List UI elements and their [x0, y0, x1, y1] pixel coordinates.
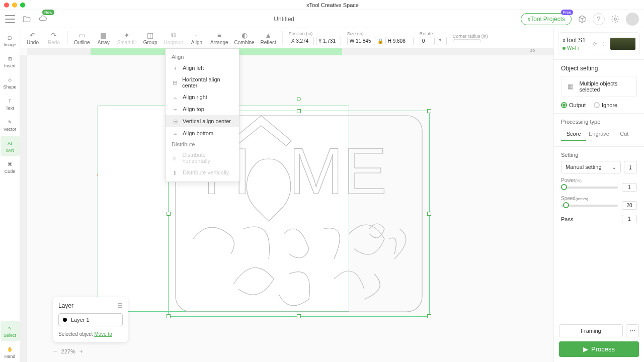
help-icon[interactable]: ? [593, 13, 605, 25]
dd-label: Align right [183, 94, 207, 100]
close-icon[interactable] [4, 3, 9, 8]
zoom-level[interactable]: 227% [61, 348, 75, 354]
field-label: Position (in) [289, 31, 341, 36]
selected-label: Selected object [58, 331, 93, 337]
maximize-icon[interactable] [20, 3, 25, 8]
layer-list-icon[interactable]: ☰ [117, 302, 123, 309]
arrange-button[interactable]: ≡Arrange [210, 31, 228, 45]
rail-image[interactable]: ▢Image [1, 30, 20, 50]
h-input[interactable]: H 9.608 [385, 37, 414, 45]
handle-bl[interactable] [167, 314, 171, 318]
package-icon[interactable] [578, 15, 587, 24]
reflect-button[interactable]: ▲Reflect [261, 31, 276, 45]
rotate-group: Rotate 0 ° [420, 31, 447, 45]
speed-value[interactable]: 20 [622, 201, 637, 210]
xtool-projects-button[interactable]: xTool Projects [521, 13, 572, 25]
svg-point-0 [614, 18, 617, 20]
outline-button[interactable]: ▭Outline [74, 31, 90, 45]
tab-engrave[interactable]: Engrave [586, 128, 611, 141]
align-bottom[interactable]: ⫠Align bottom [166, 127, 239, 139]
align-hcenter[interactable]: ⊟Horizontal align center [166, 74, 239, 91]
handle-mb[interactable] [297, 314, 301, 318]
layer-row[interactable]: Layer 1 [58, 313, 123, 326]
zoom-out-icon[interactable]: − [53, 347, 57, 355]
y-input[interactable]: Y 1.731 [316, 37, 341, 45]
minimize-icon[interactable] [12, 3, 17, 8]
rail-label: Hand [5, 354, 16, 359]
distribute-h: ⫼Distribute horizontally [166, 149, 239, 166]
rail-select[interactable]: ↖Select [1, 321, 20, 341]
combine-button[interactable]: ◐Combine [234, 31, 255, 45]
tab-cut[interactable]: Cut [612, 128, 637, 141]
tbtn-label: Reflect [261, 40, 276, 45]
refresh-icon[interactable]: ⟳ [593, 41, 597, 47]
processing-section: Processing type Score Engrave Cut [554, 113, 644, 146]
ignore-radio[interactable]: Ignore [594, 102, 617, 108]
lock-icon[interactable]: 🔒 [377, 38, 383, 44]
cloud-button[interactable] [38, 14, 47, 24]
smartfill-button: ✦Smart fill [117, 31, 137, 45]
dd-label: Align top [183, 106, 204, 112]
radio-label: Output [569, 102, 586, 108]
handle-tr[interactable] [427, 109, 431, 113]
layer-visibility-icon[interactable] [63, 318, 67, 322]
expand-icon[interactable]: ⛶ [599, 41, 604, 47]
document-title[interactable]: Untitled [47, 16, 521, 23]
rail-hand[interactable]: ✋Hand [1, 342, 20, 362]
handle-mr[interactable] [427, 212, 431, 216]
rail-shape[interactable]: ◇Shape [1, 72, 20, 93]
pass-value[interactable]: 1 [622, 215, 637, 223]
settings-icon[interactable] [611, 15, 620, 24]
save-preset-icon[interactable]: ⤓ [624, 161, 637, 173]
ungroup-button[interactable]: ⧉Ungroup [164, 31, 183, 45]
move-to-link[interactable]: Move to [94, 331, 112, 337]
speed-label: Speed [561, 196, 576, 201]
dd-label: Horizontal align center [182, 76, 233, 88]
rail-label: xArt [6, 148, 14, 153]
folder-icon[interactable] [22, 15, 31, 24]
canvas-area: 0 10 20 + H ME [20, 48, 553, 362]
corner-input[interactable] [453, 39, 481, 42]
dd-label: Vertical align center [183, 118, 231, 124]
array-button[interactable]: ▦Array [96, 31, 111, 45]
rotate-unit: ° [437, 37, 447, 45]
process-button[interactable]: ▶ Process [559, 341, 639, 357]
app-title: xTool Creative Space [25, 2, 640, 8]
group-button[interactable]: ◫Group [143, 31, 158, 45]
power-value[interactable]: 1 [622, 183, 637, 192]
device-card[interactable]: xTool S1 Wi-Fi ⟳ ⛶ [558, 32, 640, 55]
w-input[interactable]: W 11.845 [347, 37, 375, 45]
align-vcenter[interactable]: ⊟Vertical align center [166, 115, 239, 127]
framing-options-icon[interactable]: ⋯ [626, 324, 639, 337]
zoom-in-icon[interactable]: + [79, 347, 84, 355]
handle-br[interactable] [427, 314, 431, 318]
right-panel: xTool S1 Wi-Fi ⟳ ⛶ Object setting ▦ Mult… [553, 28, 644, 362]
framing-button[interactable]: Framing [559, 324, 623, 337]
speed-slider[interactable] [561, 205, 618, 207]
position-group: Position (in) X 3.274 Y 1.731 [289, 31, 341, 45]
rail-vector[interactable]: ✎Vector [1, 115, 20, 135]
rail-text[interactable]: TText [1, 94, 20, 114]
align-left[interactable]: ⫞Align left [166, 62, 239, 74]
align-top[interactable]: ⫟Align top [166, 103, 239, 115]
tab-score[interactable]: Score [561, 128, 586, 141]
output-radio[interactable]: Output [561, 102, 586, 108]
x-input[interactable]: X 3.274 [289, 37, 314, 45]
undo-button[interactable]: ↶Undo [25, 31, 40, 45]
setting-mode-select[interactable]: Manual setting⌄ [561, 161, 621, 173]
align-right[interactable]: ⫠Align right [166, 91, 239, 103]
rail-xart[interactable]: AIxArt [1, 136, 20, 156]
menu-icon[interactable] [5, 15, 15, 23]
speed-unit: (mm/s) [576, 197, 588, 201]
align-button[interactable]: ⫞Align [189, 31, 204, 45]
rail-code[interactable]: ⌘Code [1, 157, 20, 177]
avatar[interactable] [626, 13, 639, 26]
rotate-input[interactable]: 0 [420, 37, 435, 45]
redo-button[interactable]: ↷Redo [46, 31, 61, 45]
tbtn-label: Outline [74, 40, 90, 45]
rail-insert[interactable]: ⊞Insert [1, 51, 20, 71]
play-icon: ▶ [583, 345, 588, 353]
handle-rotate[interactable] [297, 97, 301, 101]
chevron-down-icon: ⌄ [612, 164, 616, 170]
power-slider[interactable] [561, 187, 618, 189]
